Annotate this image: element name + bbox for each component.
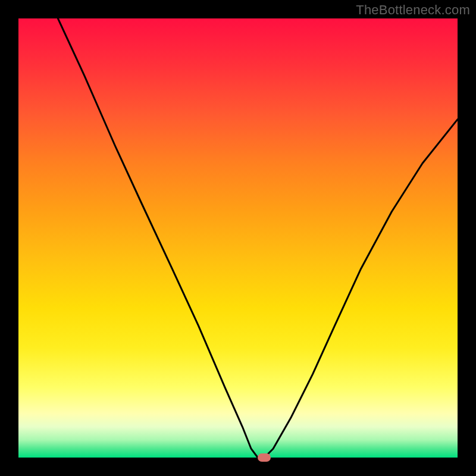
chart-frame: TheBottleneck.com bbox=[0, 0, 476, 476]
watermark-text: TheBottleneck.com bbox=[356, 2, 470, 18]
optimal-point-marker bbox=[258, 453, 271, 462]
plot-area bbox=[18, 18, 458, 458]
bottleneck-curve bbox=[18, 18, 458, 458]
